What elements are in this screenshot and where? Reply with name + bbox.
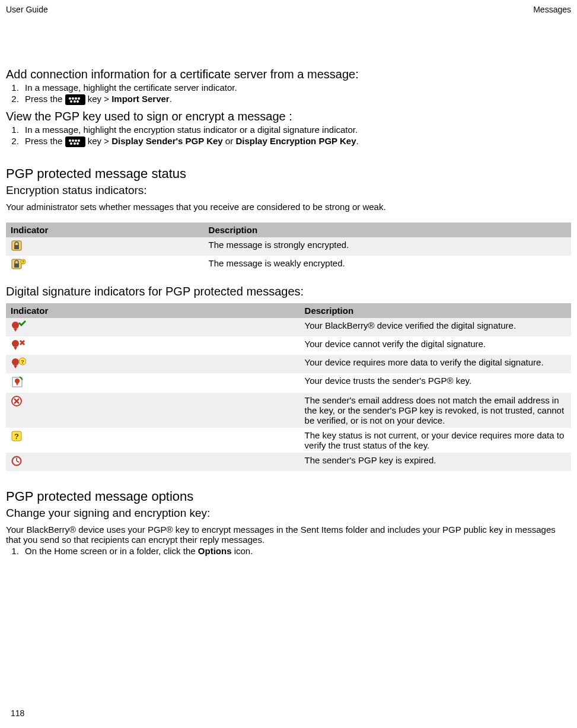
cell-desc: Your device cannot verify the digital si… bbox=[300, 336, 571, 355]
circle-x-icon bbox=[11, 395, 23, 409]
list-item: In a message, highlight the encryption s… bbox=[21, 125, 571, 136]
lock-strong-icon bbox=[11, 240, 23, 253]
ribbon-x-icon bbox=[11, 339, 26, 352]
clock-expired-icon bbox=[11, 455, 23, 469]
svg-point-6 bbox=[12, 322, 19, 329]
list-item: In a message, highlight the certificate … bbox=[21, 82, 571, 94]
cell-desc: The sender's email address does not matc… bbox=[300, 393, 571, 428]
header-left: User Guide bbox=[6, 5, 48, 14]
table-row: The sender's email address does not matc… bbox=[6, 393, 571, 428]
heading-pgp-options: PGP protected message options bbox=[6, 489, 571, 504]
table-row: Your device trusts the sender's PGP® key… bbox=[6, 373, 571, 393]
heading-add-connection: Add connection information for a certifi… bbox=[6, 68, 571, 81]
table-row: Your device cannot verify the digital si… bbox=[6, 336, 571, 355]
table-row: ? Your device requires more data to veri… bbox=[6, 355, 571, 373]
svg-rect-1 bbox=[14, 245, 19, 249]
th-description: Description bbox=[204, 222, 571, 237]
heading-change-key: Change your signing and encryption key: bbox=[6, 507, 571, 520]
ribbon-trust-icon bbox=[11, 376, 24, 390]
list-item: Press the key > Import Server. bbox=[21, 94, 571, 106]
th-indicator: Indicator bbox=[6, 222, 204, 237]
table-row: The message is strongly encrypted. bbox=[6, 237, 571, 256]
ribbon-question-icon: ? bbox=[11, 357, 26, 371]
svg-rect-3 bbox=[14, 263, 19, 268]
cell-desc: The message is strongly encrypted. bbox=[204, 237, 571, 256]
steps-options: On the Home screen or in a folder, click… bbox=[6, 546, 571, 557]
svg-text:?: ? bbox=[14, 432, 19, 441]
menu-key-icon bbox=[65, 94, 85, 105]
table-row: The sender's PGP key is expired. bbox=[6, 453, 571, 471]
list-item: On the Home screen or in a folder, click… bbox=[21, 546, 571, 557]
th-description: Description bbox=[300, 303, 571, 318]
svg-text:?: ? bbox=[22, 260, 24, 264]
table-row: ? The message is weakly encrypted. bbox=[6, 256, 571, 274]
cell-desc: The message is weakly encrypted. bbox=[204, 256, 571, 274]
intro-options: Your BlackBerry® device uses your PGP® k… bbox=[6, 524, 571, 545]
cell-desc: The key status is not current, or your d… bbox=[300, 428, 571, 453]
intro-encryption: Your administrator sets whether messages… bbox=[6, 202, 571, 212]
cell-desc: Your device requires more data to verify… bbox=[300, 355, 571, 373]
header-right: Messages bbox=[533, 5, 571, 14]
heading-digital-signature: Digital signature indicators for PGP pro… bbox=[6, 285, 571, 298]
steps-add-connection: In a message, highlight the certificate … bbox=[6, 82, 571, 106]
page-header: User Guide Messages bbox=[6, 5, 571, 14]
cell-desc: Your device trusts the sender's PGP® key… bbox=[300, 373, 571, 393]
yellow-question-icon: ? bbox=[11, 430, 23, 444]
cell-desc: The sender's PGP key is expired. bbox=[300, 453, 571, 471]
lock-weak-icon: ? bbox=[11, 258, 26, 272]
heading-encryption-indicators: Encryption status indicators: bbox=[6, 184, 571, 197]
ribbon-check-icon bbox=[11, 320, 26, 334]
svg-point-8 bbox=[12, 358, 19, 365]
cell-desc: Your BlackBerry® device verified the dig… bbox=[300, 318, 571, 336]
page-number: 118 bbox=[11, 708, 24, 718]
svg-point-12 bbox=[15, 379, 20, 383]
heading-view-pgp-key: View the PGP key used to sign or encrypt… bbox=[6, 110, 571, 123]
list-item: Press the key > Display Sender's PGP Key… bbox=[21, 136, 571, 148]
table-row: ? The key status is not current, or your… bbox=[6, 428, 571, 453]
th-indicator: Indicator bbox=[6, 303, 300, 318]
table-signature-indicators: Indicator Description Your BlackBerry® d… bbox=[6, 303, 571, 471]
svg-point-7 bbox=[12, 340, 19, 347]
table-encryption-indicators: Indicator Description The message is str… bbox=[6, 222, 571, 274]
svg-text:?: ? bbox=[21, 359, 24, 365]
steps-view-pgp-key: In a message, highlight the encryption s… bbox=[6, 125, 571, 148]
table-row: Your BlackBerry® device verified the dig… bbox=[6, 318, 571, 336]
menu-key-icon bbox=[65, 136, 85, 147]
heading-pgp-status: PGP protected message status bbox=[6, 166, 571, 182]
